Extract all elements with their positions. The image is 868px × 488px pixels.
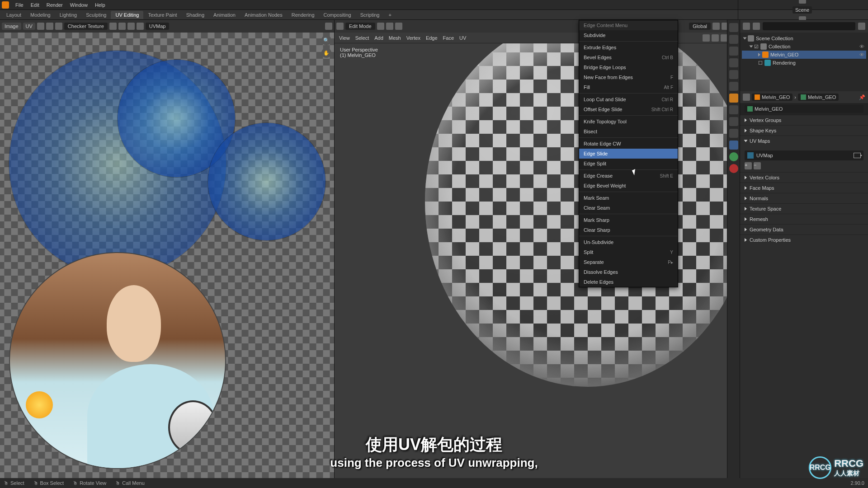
ctx-item-fill[interactable]: FillAlt F	[579, 82, 678, 92]
menu-window[interactable]: Window	[66, 2, 91, 8]
vp-menu-uv[interactable]: UV	[458, 35, 468, 41]
tab-shading[interactable]: Shading	[182, 11, 209, 19]
uv-stage[interactable]: 🔍 ✋	[0, 33, 334, 478]
ctx-item-separate[interactable]: SeparateP▸	[579, 257, 678, 267]
ctx-item-split[interactable]: SplitY	[579, 247, 678, 257]
ctx-item-new-face-from-edges[interactable]: New Face from EdgesF	[579, 72, 678, 82]
disclosure-icon[interactable]	[745, 207, 747, 211]
disclosure-icon[interactable]	[743, 38, 747, 40]
uv-open-image-icon[interactable]	[118, 23, 126, 30]
ctx-item-bevel-edges[interactable]: Bevel EdgesCtrl B	[579, 52, 678, 62]
pin-icon[interactable]: 📌	[859, 94, 865, 100]
outliner-object-row[interactable]: Melvin_GEO 👁	[742, 51, 866, 59]
tab-render-icon[interactable]	[729, 23, 738, 32]
visibility-icon[interactable]: 👁	[859, 44, 864, 49]
ctx-item-knife-topology-tool[interactable]: Knife Topology Tool	[579, 117, 678, 127]
face-select-icon[interactable]	[395, 23, 402, 30]
outliner-search[interactable]	[763, 22, 855, 30]
pan-icon[interactable]: ✋	[321, 48, 331, 58]
tab-particles-icon[interactable]	[729, 105, 738, 114]
tab-anim-nodes[interactable]: Animation Nodes	[240, 11, 287, 19]
tab-physics-icon[interactable]	[729, 117, 738, 126]
zoom-icon[interactable]: 🔍	[321, 35, 331, 45]
crumb-data[interactable]: Melvin_GEO	[798, 94, 839, 101]
outliner-scene-collection[interactable]: Scene Collection	[742, 34, 866, 42]
tab-modifier-icon[interactable]	[729, 94, 738, 103]
outliner-display-icon[interactable]	[753, 23, 760, 30]
tab-object-icon[interactable]	[729, 82, 738, 91]
ctx-item-dissolve-edges[interactable]: Dissolve Edges	[579, 267, 678, 277]
tab-meshdata-icon[interactable]	[729, 141, 738, 150]
disclosure-icon[interactable]	[745, 176, 747, 179]
vp-menu-add[interactable]: Add	[373, 35, 385, 41]
tab-rendering[interactable]: Rendering	[287, 11, 319, 19]
mesh-name-field[interactable]: Melvin_GEO	[745, 105, 863, 113]
add-workspace-button[interactable]: +	[384, 11, 396, 19]
tab-uv-editing[interactable]: UV Editing	[111, 11, 143, 19]
vp-menu-edge[interactable]: Edge	[424, 35, 439, 41]
tab-texture-paint[interactable]: Texture Paint	[143, 11, 181, 19]
vert-select-icon[interactable]	[377, 23, 384, 30]
uv-new-image-icon[interactable]	[109, 23, 117, 30]
tab-scene-icon[interactable]	[729, 58, 738, 67]
ctx-item-bridge-edge-loops[interactable]: Bridge Edge Loops	[579, 62, 678, 72]
remove-uvmap-button[interactable]: −	[754, 162, 761, 169]
tab-layout[interactable]: Layout	[2, 11, 26, 19]
vp-menu-mesh[interactable]: Mesh	[387, 35, 403, 41]
menu-help[interactable]: Help	[91, 2, 109, 8]
disclosure-icon[interactable]	[744, 140, 748, 142]
tab-lighting[interactable]: Lighting	[55, 11, 82, 19]
ctx-item-clear-seam[interactable]: Clear Seam	[579, 203, 678, 213]
ctx-item-offset-edge-slide[interactable]: Offset Edge SlideShift Ctrl R	[579, 104, 678, 114]
outliner-collection[interactable]: ☑ Collection 👁	[742, 42, 866, 51]
vp-menu-select[interactable]: Select	[354, 35, 371, 41]
vp-menu-vertex[interactable]: Vertex	[405, 35, 422, 41]
add-uvmap-button[interactable]: +	[745, 162, 752, 169]
uv-active-map[interactable]: UVMap	[146, 23, 170, 30]
camera-icon[interactable]	[854, 153, 861, 158]
tab-output-icon[interactable]	[729, 35, 738, 44]
shading-wire-icon[interactable]	[703, 34, 710, 42]
ctx-item-bisect[interactable]: Bisect	[579, 127, 678, 136]
editor-type-icon[interactable]	[336, 23, 344, 30]
ctx-item-edge-crease[interactable]: Edge CreaseShift E	[579, 171, 678, 181]
ctx-item-edge-split[interactable]: Edge Split	[579, 159, 678, 169]
uv-image-dropdown[interactable]: Checker Texture	[64, 23, 108, 30]
outliner-filter-icon[interactable]	[858, 23, 865, 30]
tab-sculpting[interactable]: Sculpting	[81, 11, 111, 19]
tab-scripting[interactable]: Scripting	[356, 11, 384, 19]
disclosure-icon[interactable]	[745, 238, 747, 242]
disclosure-icon[interactable]	[750, 46, 753, 48]
disclosure-icon[interactable]	[745, 228, 747, 231]
tab-world-icon[interactable]	[729, 70, 738, 79]
scene-selector[interactable]: Scene	[793, 6, 812, 14]
tab-material-icon[interactable]	[729, 152, 738, 161]
menu-edit[interactable]: Edit	[27, 2, 43, 8]
ctx-item-edge-slide[interactable]: Edge Slide	[579, 149, 678, 159]
uv-unlink-icon[interactable]	[127, 23, 135, 30]
ctx-item-clear-sharp[interactable]: Clear Sharp	[579, 225, 678, 235]
edge-select-icon[interactable]	[386, 23, 393, 30]
menu-render[interactable]: Render	[43, 2, 66, 8]
disclosure-icon[interactable]	[745, 118, 747, 122]
outliner-rendering-row[interactable]: ☐ Rendering	[742, 59, 866, 67]
props-type-icon[interactable]	[743, 94, 750, 101]
tab-texture-icon[interactable]	[729, 164, 738, 173]
uvmap-list-item[interactable]: UVMap	[745, 150, 863, 160]
tab-viewlayer-icon[interactable]	[729, 47, 738, 56]
disclosure-icon[interactable]	[745, 197, 747, 200]
ctx-item-mark-seam[interactable]: Mark Seam	[579, 193, 678, 203]
menu-file[interactable]: File	[12, 2, 27, 8]
outliner-type-icon[interactable]	[743, 23, 750, 30]
uv-display-icon[interactable]	[325, 23, 332, 30]
vp-menu-face[interactable]: Face	[441, 35, 456, 41]
ctx-item-un-subdivide[interactable]: Un-Subdivide	[579, 237, 678, 247]
ctx-item-subdivide[interactable]: Subdivide	[579, 30, 678, 40]
disclosure-icon[interactable]	[745, 186, 747, 190]
tab-animation[interactable]: Animation	[209, 11, 240, 19]
crumb-object[interactable]: Melvin_GEO	[752, 94, 793, 101]
uv-sync-icon[interactable]	[37, 23, 44, 30]
pivot-icon[interactable]	[712, 23, 720, 30]
disclosure-icon[interactable]	[758, 53, 760, 56]
uv-pin-icon[interactable]	[137, 23, 144, 30]
